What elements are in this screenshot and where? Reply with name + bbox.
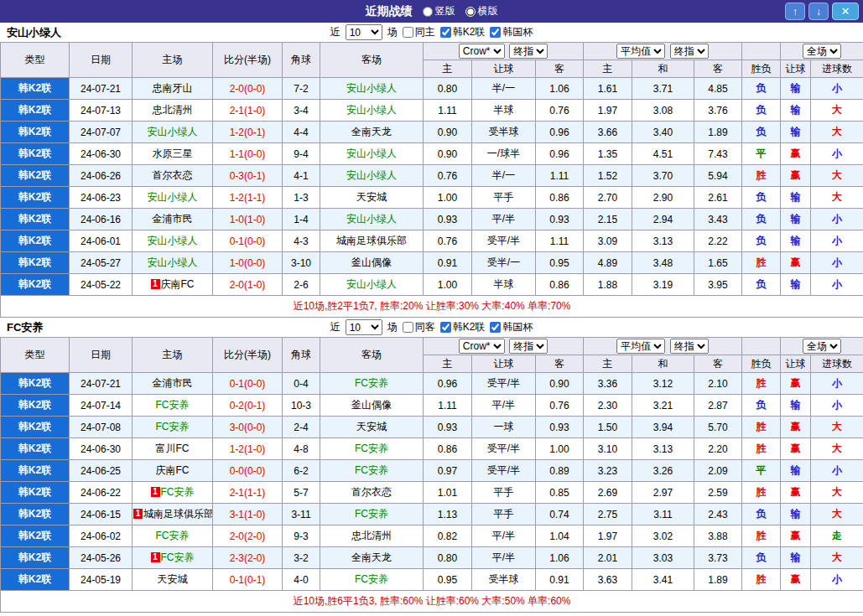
match-row: 韩K2联24-05-27安山小绿人1-0(0-0)3-10釜山偶像0.91受半/… [1, 252, 863, 274]
handicap-line: 一/球半 [472, 143, 536, 165]
scroll-down-button[interactable]: ↓ [808, 3, 829, 20]
handicap-time-select[interactable]: 终指 [509, 339, 548, 354]
avg-away-odds: 2.61 [694, 187, 742, 209]
avg-home-odds: 3.09 [584, 230, 632, 252]
away-team-cell: FC安养 [320, 569, 424, 591]
handicap-result-cell: 赢 [781, 143, 811, 165]
bookmaker-select[interactable]: Crow* [459, 44, 505, 59]
average-select[interactable]: 平均值 [616, 44, 665, 59]
corner-cell: 4-8 [283, 438, 320, 460]
avg-draw-odds: 3.13 [632, 230, 694, 252]
away-team-name: FC安养 [355, 573, 388, 585]
europe-time-select[interactable]: 终指 [670, 339, 709, 354]
league-cell: 韩K2联 [1, 395, 70, 417]
home-team-cell: 安山小绿人 [133, 122, 213, 143]
away-team-cell: 安山小绿人 [320, 165, 424, 187]
handicap-home-odds: 0.96 [424, 373, 472, 395]
league-option[interactable]: 韩K2联 [440, 25, 486, 39]
match-date-cell: 24-05-26 [70, 547, 133, 569]
result-cell: 负 [742, 395, 781, 417]
recent-count-select[interactable]: 10 [346, 24, 382, 40]
home-team-name: 忠南牙山 [153, 82, 193, 94]
result-cell: 胜 [742, 482, 781, 504]
games-label: 场 [387, 25, 398, 39]
horizontal-radio[interactable] [465, 7, 476, 17]
col-type: 类型 [1, 43, 70, 78]
fulltime-select[interactable]: 全场 [803, 44, 841, 59]
result-header-spacer [742, 43, 781, 60]
away-team-cell: FC安养 [320, 504, 424, 525]
average-select[interactable]: 平均值 [616, 339, 665, 354]
filter-bar: 近 10 场 同客 韩K2联 韩国杯 [330, 319, 533, 335]
handicap-home-odds: 0.76 [424, 165, 472, 187]
avg-away-odds: 5.70 [694, 417, 742, 438]
same-venue-checkbox[interactable] [403, 27, 413, 38]
col-avg-home: 主 [584, 355, 632, 373]
corner-cell: 9-4 [283, 143, 320, 165]
cup-checkbox[interactable] [490, 27, 501, 38]
match-date-cell: 24-07-14 [70, 395, 133, 417]
handicap-line: 半/一 [472, 78, 536, 100]
summary-row: 近10场,胜2平1负7, 胜率:20% 让胜率:30% 大率:40% 单率:70… [1, 296, 863, 318]
handicap-line: 受半球 [472, 569, 536, 591]
handicap-odds-group: Crow* 终指 [424, 43, 584, 60]
home-team-name: 忠北清州 [153, 104, 193, 116]
score-cell: 3-1(1-0) [213, 504, 283, 525]
avg-home-odds: 1.52 [584, 165, 632, 187]
cup-checkbox[interactable] [490, 322, 501, 333]
handicap-home-odds: 0.97 [424, 460, 472, 482]
down-arrow-icon: ↓ [816, 6, 821, 18]
league-checkbox[interactable] [440, 322, 451, 333]
same-venue-checkbox[interactable] [403, 322, 413, 333]
section-anyang: FC安养 近 10 场 同客 韩K2联 韩国杯 类型 日 [0, 318, 863, 613]
league-cell: 韩K2联 [1, 438, 70, 460]
score-cell: 0-3(0-1) [213, 165, 283, 187]
away-team-name: 安山小绿人 [346, 82, 397, 94]
rank-badge: 1 [151, 487, 160, 497]
home-team-name: FC安养 [156, 421, 190, 432]
home-team-cell: 1FC安养 [133, 482, 213, 504]
handicap-time-select[interactable]: 终指 [509, 44, 548, 59]
vertical-radio[interactable] [423, 7, 433, 17]
fulltime-select[interactable]: 全场 [803, 339, 841, 354]
same-venue-option[interactable]: 同客 [403, 320, 435, 334]
avg-home-odds: 4.89 [584, 252, 632, 274]
away-team-cell: 城南足球俱乐部 [320, 230, 424, 252]
europe-odds-group: 平均值 终指 [584, 43, 742, 60]
layout-vertical-option[interactable]: 竖版 [423, 4, 455, 18]
score-cell: 1-2(1-0) [213, 438, 283, 460]
handicap-home-odds: 0.86 [424, 438, 472, 460]
avg-draw-odds: 3.41 [632, 569, 694, 591]
goals-cell: 大 [811, 438, 863, 460]
avg-home-odds: 2.15 [584, 209, 632, 230]
col-date: 日期 [70, 43, 133, 78]
horizontal-label: 横版 [478, 4, 498, 18]
league-checkbox[interactable] [440, 27, 451, 38]
match-row: 韩K2联24-06-02FC安养2-0(2-0)9-3忠北清州0.82平/半1.… [1, 525, 863, 547]
league-cell: 韩K2联 [1, 504, 70, 525]
same-venue-option[interactable]: 同主 [403, 25, 435, 39]
matches-table: 类型 日期 主场 比分(半场) 角球 客场 Crow* 终指 平均值 终指 全场 [0, 42, 863, 318]
away-team-name: 首尔衣恋 [351, 486, 392, 498]
recent-count-select[interactable]: 10 [346, 319, 382, 335]
cup-option[interactable]: 韩国杯 [490, 25, 533, 39]
league-option[interactable]: 韩K2联 [440, 320, 486, 334]
layout-horizontal-option[interactable]: 横版 [465, 4, 498, 18]
handicap-result-cell: 赢 [781, 417, 811, 438]
score-cell: 1-2(0-1) [213, 122, 283, 143]
europe-time-select[interactable]: 终指 [670, 44, 709, 59]
result-cell: 平 [742, 143, 781, 165]
league-label: 韩K2联 [453, 320, 486, 334]
avg-away-odds: 2.43 [694, 504, 742, 525]
bookmaker-select[interactable]: Crow* [459, 339, 505, 354]
cup-option[interactable]: 韩国杯 [490, 320, 533, 334]
col-odds-home: 主 [424, 60, 472, 78]
away-team-name: 天安城 [356, 191, 387, 203]
result-cell: 胜 [742, 417, 781, 438]
scroll-up-button[interactable]: ↑ [785, 3, 805, 20]
away-team-cell: 安山小绿人 [320, 78, 424, 100]
close-button[interactable]: ✕ [832, 3, 859, 20]
avg-away-odds: 3.95 [694, 274, 742, 296]
score-cell: 0-2(0-1) [213, 395, 283, 417]
handicap-result-cell: 输 [781, 187, 811, 209]
